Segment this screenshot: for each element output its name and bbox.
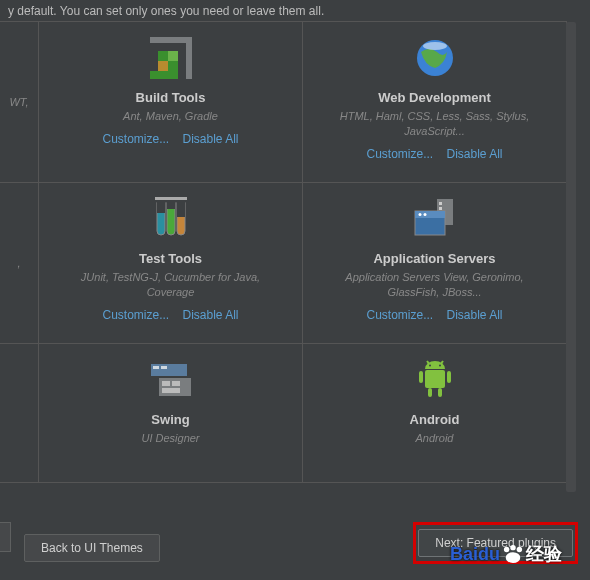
svg-rect-29 [162,381,170,386]
customize-link[interactable]: Customize... [366,147,433,161]
card-desc: HTML, Haml, CSS, Less, Sass, Stylus, Jav… [325,109,545,139]
svg-rect-27 [161,366,167,369]
card-title: Swing [151,412,189,427]
svg-rect-2 [158,51,168,61]
card-build-tools: Build Tools Ant, Maven, Gradle Customize… [38,21,303,183]
svg-point-34 [429,365,431,367]
intro-text: y default. You can set only ones you nee… [0,0,590,22]
svg-rect-12 [157,199,165,213]
disable-all-link[interactable]: Disable All [447,308,503,322]
card-test-tools: Test Tools JUnit, TestNG-J, Cucumber for… [38,182,303,344]
next-button[interactable]: Next: Featured plugins [418,529,573,557]
disable-all-link[interactable]: Disable All [183,132,239,146]
svg-point-35 [439,365,441,367]
svg-rect-28 [159,378,191,396]
back-button[interactable]: Back to UI Themes [24,534,160,562]
partial-cell-left: , [0,182,39,344]
card-desc: UI Designer [141,431,199,446]
svg-rect-20 [439,207,442,210]
svg-rect-25 [151,364,187,376]
disable-all-link[interactable]: Disable All [183,308,239,322]
svg-rect-13 [167,199,175,209]
card-desc: Android [416,431,454,446]
fragment-text: , [17,257,20,269]
card-desc: JUnit, TestNG-J, Cucumber for Java, Cove… [61,270,281,300]
svg-rect-17 [175,197,187,200]
svg-rect-0 [150,37,192,43]
vertical-scrollbar[interactable] [566,22,576,492]
footer: Back to UI Themes Next: Featured plugins [0,526,590,570]
svg-rect-14 [177,199,185,217]
card-title: Application Servers [373,251,495,266]
svg-point-23 [418,213,421,216]
fragment-text: WT, [9,96,28,108]
svg-rect-36 [425,370,445,388]
svg-rect-30 [172,381,180,386]
svg-point-24 [423,213,426,216]
svg-rect-39 [428,388,432,397]
card-swing: Swing UI Designer [38,343,303,483]
android-icon [416,356,454,404]
swing-icon [149,356,193,404]
svg-rect-5 [168,61,178,71]
plugin-grid: WT, Build Tools Ant, Maven, Gradle Custo… [0,22,570,483]
svg-rect-1 [186,37,192,79]
disable-all-link[interactable]: Disable All [447,147,503,161]
card-title: Android [410,412,460,427]
customize-link[interactable]: Customize... [102,308,169,322]
customize-link[interactable]: Customize... [102,132,169,146]
svg-rect-3 [168,51,178,61]
svg-point-8 [423,42,447,50]
partial-cell-left [0,343,39,483]
svg-rect-19 [439,202,442,205]
card-desc: Application Servers View, Geronimo, Glas… [325,270,545,300]
card-title: Web Development [378,90,490,105]
build-tools-icon [150,34,192,82]
customize-link[interactable]: Customize... [366,308,433,322]
next-button-highlight: Next: Featured plugins [413,522,578,564]
card-desc: Ant, Maven, Gradle [123,109,218,124]
server-icon [413,195,457,243]
svg-rect-38 [447,371,451,383]
svg-rect-40 [438,388,442,397]
partial-button-left[interactable] [0,522,11,552]
svg-rect-37 [419,371,423,383]
card-web-development: Web Development HTML, Haml, CSS, Less, S… [302,21,567,183]
svg-rect-4 [158,61,168,71]
globe-icon [415,34,455,82]
partial-cell-left: WT, [0,21,39,183]
svg-rect-26 [153,366,159,369]
card-title: Build Tools [136,90,206,105]
svg-rect-31 [162,388,180,393]
card-application-servers: Application Servers Application Servers … [302,182,567,344]
test-tubes-icon [151,195,191,243]
svg-rect-6 [150,71,178,79]
card-title: Test Tools [139,251,202,266]
card-android: Android Android [302,343,567,483]
